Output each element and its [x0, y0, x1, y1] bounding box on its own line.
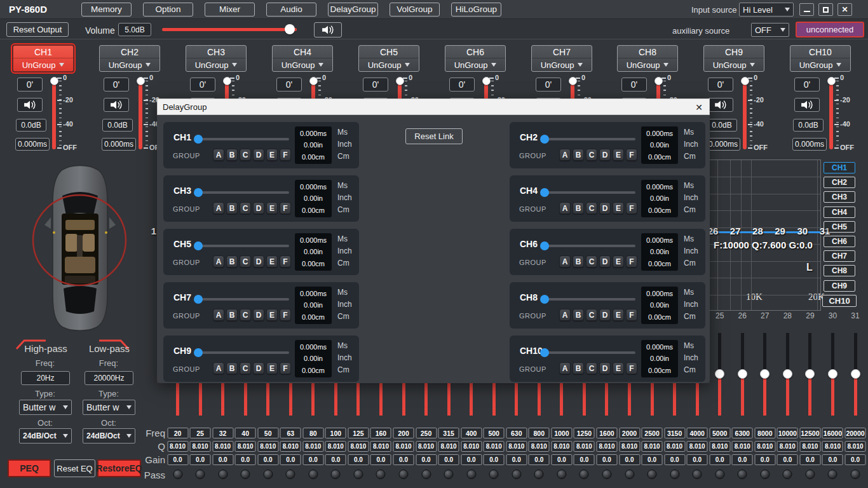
eq-q-value[interactable]: 8.010	[529, 441, 550, 452]
eq-band-slider-thumb[interactable]	[783, 369, 792, 379]
eq-gain-value[interactable]: 0.0	[325, 454, 346, 465]
eq-q-value[interactable]: 8.010	[235, 441, 256, 452]
eq-gain-value[interactable]: 0.0	[280, 454, 301, 465]
eq-freq-value[interactable]: 3150	[664, 428, 685, 438]
delay-slider[interactable]	[543, 298, 635, 301]
group-button-f[interactable]: F	[626, 362, 637, 374]
lowpass-oct-select[interactable]: 24dB/Oct	[83, 428, 135, 444]
group-button-c[interactable]: C	[586, 202, 597, 214]
channel-header-ch5[interactable]: CH5UnGroup	[358, 45, 419, 72]
eq-freq-value[interactable]: 4000	[687, 428, 708, 438]
graph-channel-button-ch10[interactable]: CH10	[822, 295, 857, 307]
eq-q-value[interactable]: 8.010	[822, 441, 843, 452]
eq-pass-toggle[interactable]	[805, 470, 815, 479]
eq-q-value[interactable]: 8.010	[325, 441, 346, 452]
delay-values-box[interactable]: 0.000ms0.00in0.00cm	[641, 340, 678, 377]
group-button-a[interactable]: A	[559, 202, 571, 214]
channel-header-ch8[interactable]: CH8UnGroup	[617, 45, 678, 72]
group-button-e[interactable]: E	[266, 202, 278, 214]
eq-pass-toggle[interactable]	[602, 470, 611, 479]
phase-value-ch7[interactable]: 0'	[536, 78, 561, 92]
phase-value-ch10[interactable]: 0'	[794, 78, 820, 92]
eq-q-value[interactable]: 8.010	[302, 441, 323, 452]
restore-eq-button[interactable]: RestoreEQ	[97, 459, 141, 477]
channel-header-ch4[interactable]: CH4UnGroup	[272, 45, 333, 72]
eq-pass-toggle[interactable]	[376, 470, 386, 479]
phase-value-ch6[interactable]: 0'	[449, 78, 475, 92]
channel-fader-ch1[interactable]	[52, 81, 56, 149]
group-button-c[interactable]: C	[586, 309, 597, 321]
lowpass-type-select[interactable]: Butter w	[83, 400, 135, 415]
eq-pass-toggle[interactable]	[173, 470, 182, 479]
channel-group-select[interactable]: UnGroup	[790, 58, 850, 71]
group-button-c[interactable]: C	[240, 255, 251, 268]
eq-freq-value[interactable]: 10000	[777, 428, 798, 438]
channel-fader-ch10[interactable]	[829, 81, 833, 149]
eq-freq-value[interactable]: 800	[529, 428, 550, 438]
eq-pass-toggle[interactable]	[693, 470, 702, 479]
delay-slider[interactable]	[543, 245, 635, 247]
channel-group-select[interactable]: UnGroup	[186, 58, 246, 71]
eq-pass-toggle[interactable]	[851, 470, 860, 479]
channel-group-select[interactable]: UnGroup	[13, 58, 73, 71]
eq-gain-value[interactable]: 0.0	[529, 454, 550, 465]
eq-q-value[interactable]: 8.010	[212, 441, 233, 452]
group-button-e[interactable]: E	[266, 255, 278, 268]
graph-channel-button-ch7[interactable]: CH7	[824, 250, 855, 262]
eq-freq-value[interactable]: 16000	[822, 428, 843, 438]
eq-pass-toggle[interactable]	[421, 470, 431, 479]
gain-value-ch10[interactable]: 0.0dB	[793, 119, 824, 132]
group-button-d[interactable]: D	[253, 309, 264, 321]
eq-gain-value[interactable]: 0.0	[799, 454, 820, 465]
input-source-select[interactable]: Hi Level	[739, 3, 794, 17]
eq-pass-toggle[interactable]	[534, 470, 544, 479]
eq-freq-value[interactable]: 80	[302, 428, 323, 438]
menu-button-audio[interactable]: Audio	[266, 3, 316, 17]
eq-freq-value[interactable]: 8000	[754, 428, 775, 438]
group-button-b[interactable]: B	[226, 309, 238, 321]
delay-values-box[interactable]: 0.000ms0.00in0.00cm	[295, 233, 332, 271]
eq-freq-value[interactable]: 2500	[642, 428, 663, 438]
eq-band-slider-thumb[interactable]	[805, 369, 815, 379]
eq-gain-value[interactable]: 0.0	[190, 454, 211, 465]
eq-freq-value[interactable]: 315	[438, 428, 459, 438]
group-button-f[interactable]: F	[280, 149, 291, 161]
eq-q-value[interactable]: 8.010	[845, 441, 866, 452]
group-button-b[interactable]: B	[573, 362, 584, 374]
eq-gain-value[interactable]: 0.0	[212, 454, 233, 465]
eq-q-value[interactable]: 8.010	[642, 441, 663, 452]
gain-value-ch9[interactable]: 0.0dB	[707, 119, 737, 132]
channel-header-ch10[interactable]: CH10UnGroup	[790, 45, 851, 72]
eq-q-value[interactable]: 8.010	[687, 441, 708, 452]
group-button-e[interactable]: E	[266, 309, 278, 321]
peq-button[interactable]: PEQ	[8, 459, 51, 477]
maximize-button[interactable]	[818, 3, 833, 16]
group-button-d[interactable]: D	[599, 309, 611, 321]
delay-slider[interactable]	[543, 191, 635, 194]
eq-q-value[interactable]: 8.010	[732, 441, 753, 452]
eq-band-slider-thumb[interactable]	[760, 369, 770, 379]
channel-group-select[interactable]: UnGroup	[445, 58, 505, 71]
eq-q-value[interactable]: 8.010	[416, 441, 437, 452]
eq-freq-value[interactable]: 400	[461, 428, 482, 438]
eq-freq-value[interactable]: 100	[325, 428, 346, 438]
channel-header-ch9[interactable]: CH9UnGroup	[703, 45, 764, 72]
channel-group-select[interactable]: UnGroup	[359, 58, 419, 71]
eq-q-value[interactable]: 8.010	[167, 441, 188, 452]
delay-slider-thumb[interactable]	[540, 241, 549, 250]
eq-q-value[interactable]: 8.010	[506, 441, 527, 452]
group-button-f[interactable]: F	[626, 309, 637, 321]
graph-channel-button-ch3[interactable]: CH3	[824, 191, 855, 203]
delay-slider-thumb[interactable]	[194, 188, 203, 197]
eq-pass-toggle[interactable]	[444, 470, 454, 479]
eq-pass-toggle[interactable]	[512, 470, 521, 479]
highpass-freq-value[interactable]: 20Hz	[21, 371, 70, 385]
group-button-b[interactable]: B	[573, 149, 584, 161]
channel-group-select[interactable]: UnGroup	[618, 58, 677, 71]
group-button-a[interactable]: A	[559, 255, 571, 268]
phase-value-ch2[interactable]: 0'	[104, 78, 129, 92]
delay-slider-thumb[interactable]	[540, 295, 549, 304]
group-button-e[interactable]: E	[613, 202, 624, 214]
delay-value-ch9[interactable]: 0.000ms	[706, 138, 740, 151]
aux-source-select[interactable]: OFF	[751, 23, 789, 37]
